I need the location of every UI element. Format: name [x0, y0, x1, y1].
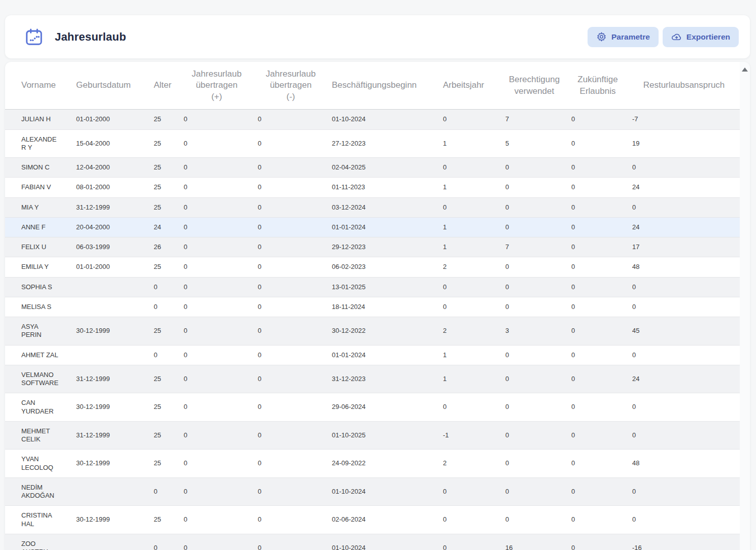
table-cell: 0 — [254, 158, 328, 178]
table-cell: 0 — [567, 365, 628, 393]
table-cell: 29-12-2023 — [328, 237, 439, 257]
table-cell: 25 — [150, 129, 180, 158]
table-cell: 0 — [180, 297, 254, 317]
table-cell: 0 — [254, 365, 328, 393]
title-group: Jahresurlaub — [24, 27, 126, 47]
table-cell: MELISA S — [5, 297, 72, 317]
table-row[interactable]: CRISTINA HAL30-12-1999250002-06-20240000 — [5, 506, 740, 534]
column-header-zukuenftige-erlaubnis[interactable]: Zukünftige Erlaubnis — [567, 62, 628, 110]
scroll-up-arrow[interactable] — [742, 67, 748, 72]
column-header-alter[interactable]: Alter — [150, 62, 180, 110]
table-cell: 30-12-1999 — [72, 450, 150, 478]
table-row[interactable]: CAN YURDAER30-12-1999250029-06-20240000 — [5, 393, 740, 422]
table-cell: 0 — [180, 237, 254, 257]
table-cell: 25 — [150, 421, 180, 450]
table-cell: 25 — [150, 450, 180, 478]
table-row[interactable]: JULIAN H01-01-2000250001-10-2024070-7 — [5, 110, 740, 129]
table-cell: 01-10-2024 — [328, 534, 439, 550]
table-cell: MIA Y — [5, 197, 72, 217]
table-row[interactable]: MIA Y31-12-1999250003-12-20240000 — [5, 197, 740, 217]
table-cell: 0 — [567, 277, 628, 297]
table-cell: 15-04-2000 — [72, 129, 150, 158]
table-cell: 25 — [150, 110, 180, 129]
table-cell: 30-12-1999 — [72, 317, 150, 346]
table-cell: 1 — [439, 217, 501, 237]
table-cell: 06-03-1999 — [72, 237, 150, 257]
column-header-jahresurlaub-uebertragen-minus[interactable]: Jahresurlaub übertragen (-) — [254, 62, 328, 110]
parametre-button[interactable]: Parametre — [588, 27, 659, 47]
table-cell: ASYA PERIN — [5, 317, 72, 346]
table-cell: 25 — [150, 158, 180, 178]
column-header-geburtsdatum[interactable]: Geburtsdatum — [72, 62, 150, 110]
table-row[interactable]: MEHMET CELIK31-12-1999250001-10-2025-100… — [5, 421, 740, 450]
table-row[interactable]: AHMET ZAL00001-01-20241000 — [5, 345, 740, 365]
table-cell: 12-04-2000 — [72, 158, 150, 178]
table-cell: 0 — [180, 129, 254, 158]
table-cell: 0 — [180, 217, 254, 237]
table-cell: 0 — [567, 237, 628, 257]
table-cell: 0 — [180, 197, 254, 217]
table-row[interactable]: SIMON C12-04-2000250002-04-20250000 — [5, 158, 740, 178]
table-cell: 0 — [567, 129, 628, 158]
table-header: Vorname Geburtsdatum Alter Jahresurlaub … — [5, 62, 740, 110]
table-cell: 0 — [180, 110, 254, 129]
table-row[interactable]: FELIX U06-03-1999260029-12-202317017 — [5, 237, 740, 257]
table-cell: 0 — [180, 277, 254, 297]
table-cell: CRISTINA HAL — [5, 506, 72, 534]
column-header-berechtigung-verwendet[interactable]: Berechtigung verwendet — [501, 62, 567, 110]
table-cell: 01-01-2000 — [72, 257, 150, 277]
table-cell: 0 — [150, 277, 180, 297]
table-cell: 0 — [567, 197, 628, 217]
table-cell: 0 — [501, 158, 567, 178]
table-cell: MEHMET CELIK — [5, 421, 72, 450]
table-cell: 0 — [628, 158, 740, 178]
table-row[interactable]: MELISA S00018-11-20240000 — [5, 297, 740, 317]
table-cell: 0 — [180, 345, 254, 365]
column-header-arbeitsjahr[interactable]: Arbeitsjahr — [439, 62, 501, 110]
table-row[interactable]: ASYA PERIN30-12-1999250030-12-202223045 — [5, 317, 740, 346]
table-cell: 0 — [567, 317, 628, 346]
vertical-scrollbar[interactable] — [740, 62, 750, 550]
table-cell: SIMON C — [5, 158, 72, 178]
table-cell: 0 — [501, 345, 567, 365]
table-cell: 0 — [254, 197, 328, 217]
table-cell: 26 — [150, 237, 180, 257]
table-cell: 0 — [254, 477, 328, 506]
table-body: JULIAN H01-01-2000250001-10-2024070-7ALE… — [5, 110, 740, 550]
table-row[interactable]: FABIAN V08-01-2000250001-11-202310024 — [5, 178, 740, 197]
cloud-upload-icon — [671, 31, 682, 42]
table-row[interactable]: ALEXANDER Y15-04-2000250027-12-202315019 — [5, 129, 740, 158]
table-cell: FABIAN V — [5, 178, 72, 197]
table-cell: 0 — [254, 277, 328, 297]
table-cell — [72, 477, 150, 506]
table-row[interactable]: ANNE F20-04-2000240001-01-202410024 — [5, 217, 740, 237]
column-header-beschaeftigungsbeginn[interactable]: Beschäftigungsbeginn — [328, 62, 439, 110]
table-cell: 7 — [501, 237, 567, 257]
column-header-vorname[interactable]: Vorname — [5, 62, 72, 110]
table-cell: 08-01-2000 — [72, 178, 150, 197]
table-cell: 0 — [150, 297, 180, 317]
table-cell: 0 — [501, 365, 567, 393]
table-cell: 0 — [254, 421, 328, 450]
table-cell: 31-12-1999 — [72, 421, 150, 450]
exportieren-button[interactable]: Exportieren — [663, 27, 739, 47]
table-row[interactable]: ZOO AUSTRY00001-10-20240160-16 — [5, 534, 740, 550]
column-header-jahresurlaub-uebertragen-plus[interactable]: Jahresurlaub übertragen (+) — [180, 62, 254, 110]
table-cell: 25 — [150, 178, 180, 197]
table-cell: CAN YURDAER — [5, 393, 72, 422]
table-row[interactable]: VELMANO SOFTWARE31-12-1999250031-12-2023… — [5, 365, 740, 393]
table-cell: 0 — [254, 178, 328, 197]
table-cell: 0 — [439, 393, 501, 422]
table-cell: 01-01-2000 — [72, 110, 150, 129]
column-header-resturlaubsanspruch[interactable]: Resturlaubsanspruch — [628, 62, 740, 110]
table-row[interactable]: NEDİM AKDOĞAN00001-10-20240000 — [5, 477, 740, 506]
table-cell: 0 — [439, 477, 501, 506]
table-cell: 1 — [439, 365, 501, 393]
table-cell: 24 — [628, 365, 740, 393]
table-row[interactable]: EMILIA Y01-01-2000250006-02-202320048 — [5, 257, 740, 277]
table-cell: 0 — [501, 178, 567, 197]
jahresurlaub-table: Vorname Geburtsdatum Alter Jahresurlaub … — [5, 62, 740, 550]
table-row[interactable]: YVAN LECOLOQ30-12-1999250024-09-20222004… — [5, 450, 740, 478]
table-cell: 0 — [150, 345, 180, 365]
table-row[interactable]: SOPHIA S00013-01-20250000 — [5, 277, 740, 297]
